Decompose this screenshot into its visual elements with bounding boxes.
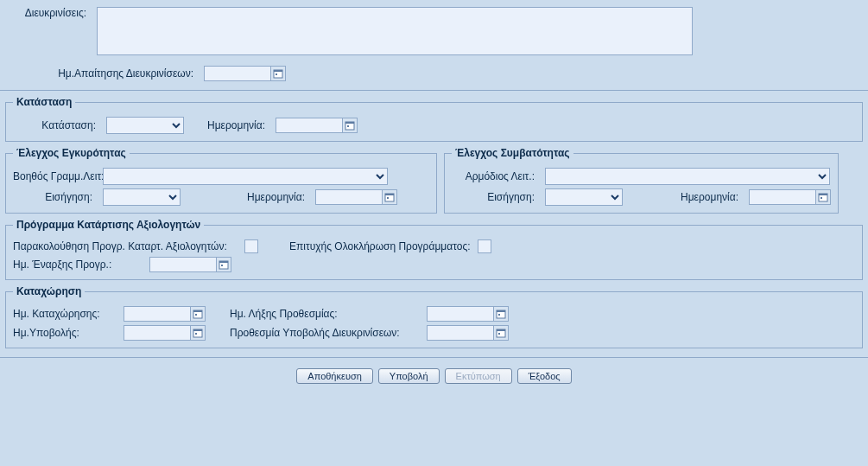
compat-recommendation-select[interactable] — [545, 188, 623, 206]
svg-rect-20 — [498, 314, 500, 316]
compat-recommendation-label: Εισήγηση: — [452, 191, 538, 203]
training-success-checkbox[interactable] — [478, 239, 491, 253]
reg-date-field — [124, 306, 206, 322]
training-success-label: Επιτυχής Ολοκλήρωση Προγράμματος: — [289, 240, 471, 252]
svg-rect-14 — [221, 265, 223, 266]
clar-request-date-input[interactable] — [204, 66, 271, 81]
status-fieldset: Κατάσταση Κατάσταση: Ημερομηνία: — [5, 96, 863, 142]
training-fieldset: Πρόγραμμα Κατάρτισης Αξιολογητών Παρακολ… — [5, 219, 863, 280]
compat-date-label: Ημερομηνία: — [630, 191, 742, 203]
calendar-icon[interactable] — [493, 306, 509, 322]
exit-button[interactable]: Έξοδος — [517, 368, 572, 384]
status-legend: Κατάσταση — [13, 96, 75, 108]
status-date-input[interactable] — [276, 118, 343, 133]
calendar-icon[interactable] — [190, 325, 206, 341]
validity-recommendation-label: Εισήγηση: — [13, 191, 96, 203]
calendar-icon[interactable] — [190, 306, 206, 322]
svg-rect-23 — [195, 333, 197, 335]
print-button: Εκτύπωση — [445, 368, 512, 384]
compat-date-field — [749, 189, 831, 205]
svg-rect-16 — [193, 310, 202, 312]
svg-rect-8 — [387, 197, 389, 199]
clarifications-section: Διευκρινίσεις: Ημ.Απαίτησης Διευκρινίσεω… — [0, 0, 868, 91]
validity-assistant-select[interactable] — [103, 168, 388, 185]
clar-deadline-input[interactable] — [427, 325, 494, 341]
calendar-icon[interactable] — [216, 257, 231, 272]
compatibility-legend: Έλεγχος Συμβατότητας — [452, 147, 573, 159]
calendar-icon[interactable] — [270, 66, 286, 81]
registration-fieldset: Καταχώρηση Ημ. Καταχώρησης: Ημ. Λήξης Πρ… — [5, 285, 863, 348]
status-date-label: Ημερομηνία: — [191, 119, 269, 131]
calendar-icon[interactable] — [815, 189, 831, 205]
submit-date-field — [124, 325, 206, 341]
clar-request-date-label: Ημ.Απαίτησης Διευκρινίσεων: — [7, 67, 197, 80]
deadline-field — [427, 306, 509, 322]
registration-legend: Καταχώρηση — [13, 285, 85, 297]
validity-fieldset: Έλεγχος Εγκυρότητας Βοηθός Γραμμ.Λειτ: Ε… — [5, 147, 437, 214]
status-date-field — [276, 118, 358, 133]
submit-button[interactable]: Υποβολή — [378, 368, 440, 384]
svg-rect-19 — [497, 310, 505, 312]
compat-date-input[interactable] — [749, 189, 816, 205]
clar-request-date-field — [204, 66, 286, 81]
validity-date-field — [315, 189, 397, 205]
reg-date-label: Ημ. Καταχώρησης: — [13, 308, 117, 320]
clarifications-label: Διευκρινίσεις: — [7, 7, 90, 19]
calendar-icon[interactable] — [493, 325, 509, 341]
training-attend-label: Παρακολούθηση Προγρ. Καταρτ. Αξιολογητών… — [13, 240, 238, 252]
deadline-input[interactable] — [427, 306, 494, 322]
submit-date-input[interactable] — [124, 325, 191, 341]
calendar-icon[interactable] — [382, 189, 397, 205]
compatibility-fieldset: Έλεγχος Συμβατότητας Αρμόδιος Λειτ.: Εισ… — [444, 147, 839, 214]
save-button[interactable]: Αποθήκευση — [296, 368, 372, 384]
svg-rect-22 — [193, 329, 202, 331]
training-start-date-input[interactable] — [149, 257, 217, 272]
validity-assistant-label: Βοηθός Γραμμ.Λειτ: — [13, 171, 96, 182]
svg-rect-11 — [820, 197, 822, 199]
status-label: Κατάσταση: — [13, 119, 99, 131]
calendar-icon[interactable] — [342, 118, 358, 133]
svg-rect-4 — [345, 122, 354, 124]
svg-rect-1 — [274, 70, 282, 72]
training-legend: Πρόγραμμα Κατάρτισης Αξιολογητών — [13, 219, 204, 231]
clar-deadline-field — [427, 325, 509, 341]
svg-rect-7 — [385, 194, 394, 195]
status-select[interactable] — [106, 117, 184, 134]
svg-rect-5 — [347, 125, 349, 127]
svg-rect-17 — [195, 314, 197, 316]
clar-deadline-label: Προθεσμία Υποβολής Διευκρινίσεων: — [212, 327, 420, 339]
validity-date-input[interactable] — [315, 189, 383, 205]
button-bar: Αποθήκευση Υποβολή Εκτύπωση Έξοδος — [0, 357, 868, 384]
svg-rect-10 — [819, 194, 827, 195]
training-start-date-field — [149, 257, 231, 272]
compat-officer-select[interactable] — [545, 168, 830, 185]
deadline-label: Ημ. Λήξης Προθεσμίας: — [212, 308, 420, 320]
compat-officer-label: Αρμόδιος Λειτ.: — [452, 170, 538, 182]
svg-rect-13 — [219, 261, 228, 263]
validity-date-label: Ημερομηνία: — [187, 191, 308, 203]
svg-rect-25 — [497, 329, 505, 331]
training-start-label: Ημ. Έναρξης Προγρ.: — [13, 259, 143, 271]
reg-date-input[interactable] — [124, 306, 191, 322]
training-attend-checkbox[interactable] — [244, 239, 258, 253]
submit-date-label: Ημ.Υποβολής: — [13, 327, 117, 339]
svg-rect-26 — [498, 333, 500, 335]
validity-recommendation-select[interactable] — [103, 188, 181, 206]
clarifications-textarea[interactable] — [97, 7, 693, 55]
validity-legend: Έλεγχος Εγκυρότητας — [13, 147, 130, 159]
svg-rect-2 — [276, 73, 277, 75]
